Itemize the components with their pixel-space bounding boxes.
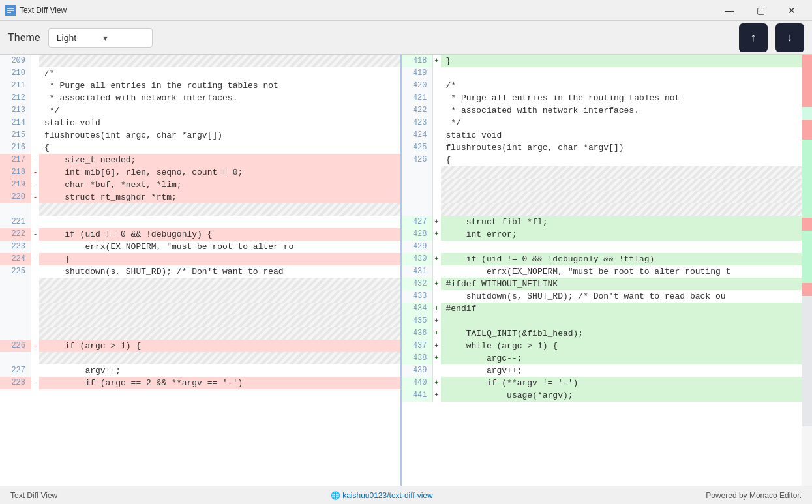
diff-marker — [433, 141, 441, 154]
table-row: 419 — [402, 67, 802, 80]
table-row: 228- if (argc == 2 && **argv == '-') — [0, 377, 400, 389]
line-content: char *buf, *next, *lim; — [39, 179, 400, 191]
line-number: 425 — [402, 141, 433, 154]
navigate-down-button[interactable]: ↓ — [775, 23, 804, 52]
minimap[interactable] — [802, 55, 812, 486]
line-number — [402, 179, 433, 191]
theme-dropdown[interactable]: Light ▾ — [48, 28, 153, 48]
line-content — [39, 278, 400, 290]
diff-marker — [433, 80, 441, 92]
diff-pane-right[interactable]: 418+}419420/*421 * Purge all entries in … — [402, 55, 802, 486]
minimap-bar — [802, 283, 812, 296]
maximize-button[interactable]: ▢ — [745, 0, 775, 21]
table-row: 437+ while (argc > 1) { — [402, 340, 802, 352]
close-button[interactable]: ✕ — [777, 0, 807, 21]
table-row: 222- if (uid != 0 && !debugonly) { — [0, 228, 400, 241]
line-content: #endif — [441, 303, 802, 315]
line-number: 218 — [0, 166, 31, 179]
line-number — [0, 290, 31, 303]
minimap-bar — [802, 120, 812, 140]
table-row: 436+ TAILQ_INIT(&fibl_head); — [402, 327, 802, 340]
diff-marker — [31, 241, 39, 253]
diff-marker — [433, 154, 441, 166]
table-row — [402, 203, 802, 216]
line-number: 213 — [0, 104, 31, 117]
statusbar-right: Powered by Monaco Editor. — [706, 491, 802, 500]
line-number: 224 — [0, 253, 31, 265]
diff-marker — [31, 352, 39, 364]
line-content: argv++; — [441, 364, 802, 377]
line-number: 209 — [0, 55, 31, 67]
line-number: 212 — [0, 92, 31, 104]
line-number: 427 — [402, 216, 433, 228]
diff-marker: + — [433, 278, 441, 290]
line-content: argv++; — [39, 364, 400, 377]
diff-marker: + — [433, 352, 441, 364]
line-content: if (argc > 1) { — [39, 340, 400, 352]
table-row — [402, 191, 802, 203]
diff-marker: + — [433, 327, 441, 340]
diff-marker — [433, 166, 441, 179]
line-number — [0, 203, 31, 216]
line-number: 438 — [402, 352, 433, 364]
diff-marker — [31, 327, 39, 340]
table-row: 224- } — [0, 253, 400, 265]
diff-marker — [31, 290, 39, 303]
statusbar: Text Diff View 🌐 kaishuu0123/text-diff-v… — [0, 486, 812, 504]
table-row: 418+} — [402, 55, 802, 67]
diff-marker — [433, 129, 441, 141]
table-row: 216{ — [0, 141, 400, 154]
diff-marker — [31, 67, 39, 80]
diff-marker: + — [433, 228, 441, 241]
statusbar-left: Text Diff View — [10, 491, 57, 500]
repo-link[interactable]: kaishuu0123/text-diff-view — [342, 491, 433, 500]
table-row — [0, 203, 400, 216]
diff-marker — [31, 278, 39, 290]
diff-marker — [433, 179, 441, 191]
diff-marker — [433, 92, 441, 104]
line-number: 226 — [0, 340, 31, 352]
line-number: 421 — [402, 92, 433, 104]
diff-marker — [433, 203, 441, 216]
line-content: { — [39, 141, 400, 154]
minimize-button[interactable]: — — [714, 0, 744, 21]
diff-marker — [433, 364, 441, 377]
table-row: 212 * associated with network interfaces… — [0, 92, 400, 104]
line-number: 426 — [402, 154, 433, 166]
diff-marker — [31, 265, 39, 278]
table-row — [0, 315, 400, 327]
line-content: argc--; — [441, 352, 802, 364]
window-title: Text Diff View — [20, 6, 714, 15]
statusbar-center: 🌐 kaishuu0123/text-diff-view — [63, 491, 700, 500]
line-content: */ — [39, 104, 400, 117]
diff-marker — [31, 303, 39, 315]
line-content — [39, 315, 400, 327]
line-content: } — [441, 55, 802, 67]
table-row: 214static void — [0, 117, 400, 129]
line-content: * Purge all entries in the routing table… — [39, 80, 400, 92]
minimap-bar — [802, 107, 812, 120]
diff-marker: + — [433, 389, 441, 402]
diff-pane-left[interactable]: 209210/*211 * Purge all entries in the r… — [0, 55, 402, 486]
diff-marker — [31, 92, 39, 104]
line-number: 423 — [402, 117, 433, 129]
table-row — [402, 166, 802, 179]
line-number: 227 — [0, 364, 31, 377]
minimap-bar — [802, 231, 812, 283]
navigate-up-button[interactable]: ↑ — [739, 23, 768, 52]
line-number: 428 — [402, 228, 433, 241]
line-number — [402, 191, 433, 203]
diff-marker: - — [31, 179, 39, 191]
minimap-bar — [802, 296, 812, 426]
line-number: 418 — [402, 55, 433, 67]
table-row: 423 */ — [402, 117, 802, 129]
theme-label: Theme — [8, 32, 40, 44]
table-row: 439 argv++; — [402, 364, 802, 377]
diff-marker: + — [433, 377, 441, 389]
table-row — [0, 352, 400, 364]
line-content: if (argc == 2 && **argv == '-') — [39, 377, 400, 389]
diff-marker — [31, 203, 39, 216]
diff-marker — [433, 104, 441, 117]
table-row: 429 — [402, 241, 802, 253]
line-number — [402, 203, 433, 216]
